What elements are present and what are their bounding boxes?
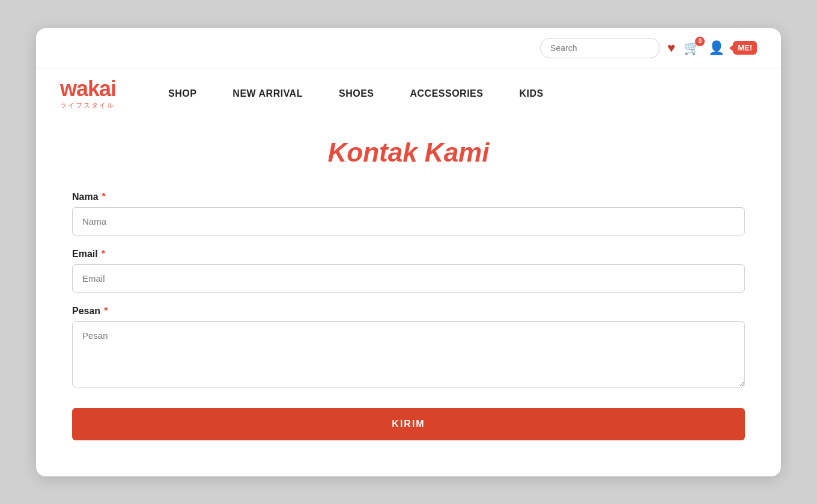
email-input[interactable] <box>72 264 745 293</box>
submit-button[interactable]: KIRIM <box>72 408 745 440</box>
form-group-nama: Nama * <box>72 192 745 235</box>
header-icons: ♥ 🛒 0 👤 ME! <box>667 40 757 56</box>
user-icon: 👤 <box>708 40 724 56</box>
page-container: ♥ 🛒 0 👤 ME! wakai ライフスタイル SHOP NEW ARRIV… <box>36 28 781 476</box>
form-group-email: Email * <box>72 249 745 293</box>
navbar: wakai ライフスタイル SHOP NEW ARRIVAL SHOES ACC… <box>36 68 781 120</box>
nav-item-new-arrival[interactable]: NEW ARRIVAL <box>232 88 303 99</box>
page-title: Kontak Kami <box>72 138 745 168</box>
logo-text: wakai <box>60 78 116 100</box>
nav-item-accessories[interactable]: ACCESSORIES <box>410 88 483 99</box>
nav-item-shop[interactable]: SHOP <box>168 88 196 99</box>
nav-item-shoes[interactable]: SHOES <box>339 88 374 99</box>
cart-button[interactable]: 🛒 0 <box>684 40 700 56</box>
search-wrapper <box>540 38 660 58</box>
main-content: Kontak Kami Nama * Email * Pesan * <box>36 120 781 440</box>
nama-input[interactable] <box>72 207 745 235</box>
nav-link-shop[interactable]: SHOP <box>168 88 196 99</box>
nav-links: SHOP NEW ARRIVAL SHOES ACCESSORIES KIDS <box>168 88 544 99</box>
heart-icon: ♥ <box>667 40 675 56</box>
required-star-nama: * <box>102 192 106 202</box>
header-top: ♥ 🛒 0 👤 ME! <box>36 28 781 68</box>
nav-item-kids[interactable]: KIDS <box>519 88 543 99</box>
user-button[interactable]: 👤 <box>708 40 724 56</box>
pesan-textarea[interactable] <box>72 321 745 387</box>
nav-link-kids[interactable]: KIDS <box>519 88 543 99</box>
wishlist-button[interactable]: ♥ <box>667 40 675 56</box>
logo-area: wakai ライフスタイル <box>60 78 132 110</box>
label-nama: Nama * <box>72 192 745 202</box>
form-group-pesan: Pesan * <box>72 306 745 390</box>
me-badge: ME! <box>733 41 757 55</box>
cart-badge: 0 <box>695 37 705 46</box>
label-pesan: Pesan * <box>72 306 745 317</box>
logo-sub: ライフスタイル <box>60 101 115 110</box>
required-star-pesan: * <box>104 306 108 317</box>
nav-link-shoes[interactable]: SHOES <box>339 88 374 99</box>
nav-link-accessories[interactable]: ACCESSORIES <box>410 88 483 99</box>
required-star-email: * <box>102 249 105 260</box>
label-email: Email * <box>72 249 745 260</box>
search-input[interactable] <box>540 38 660 58</box>
nav-link-new-arrival[interactable]: NEW ARRIVAL <box>232 88 303 99</box>
